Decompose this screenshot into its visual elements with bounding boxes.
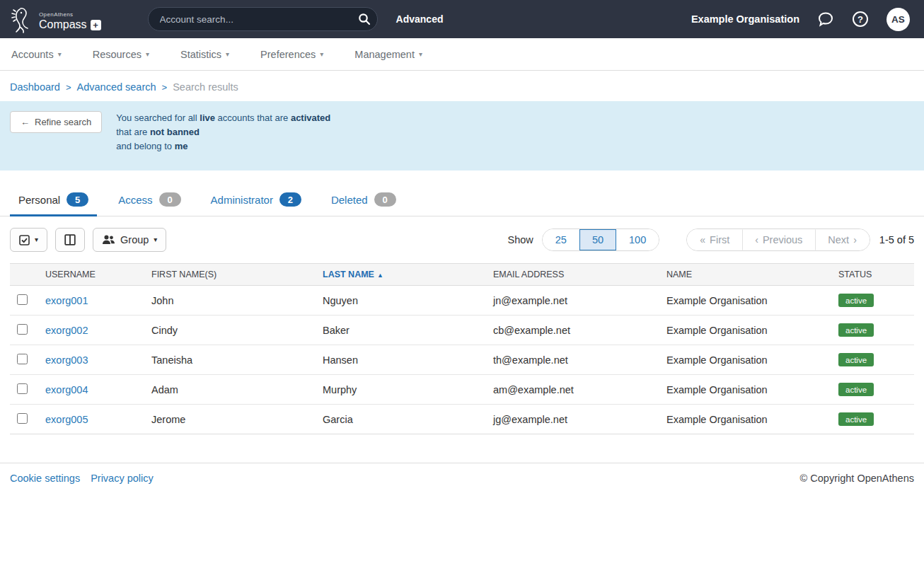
username-link[interactable]: exorg003 xyxy=(45,354,88,366)
nav-resources[interactable]: Resources ▾ xyxy=(93,49,149,60)
username-link[interactable]: exorg004 xyxy=(45,384,88,395)
chevron-down-icon: ▾ xyxy=(146,51,149,58)
group-button-label: Group xyxy=(120,234,149,245)
results-table: USERNAME FIRST NAME(S) LAST NAME▲ EMAIL … xyxy=(10,263,914,434)
row-checkbox[interactable] xyxy=(17,354,28,364)
account-search xyxy=(148,7,378,31)
last-name-cell: Murphy xyxy=(316,375,486,405)
pagination-next-button[interactable]: Next › xyxy=(815,229,870,250)
pagination-first-button[interactable]: « First xyxy=(687,229,742,250)
brand-text: OpenAthens Compass + xyxy=(39,7,101,31)
user-avatar[interactable]: AS xyxy=(887,8,910,31)
breadcrumb-separator: > xyxy=(66,82,71,93)
search-button[interactable] xyxy=(354,9,375,29)
advanced-search-link[interactable]: Advanced xyxy=(396,13,444,25)
status-badge: active xyxy=(838,383,874,396)
show-label: Show xyxy=(507,234,533,245)
nav-accounts-label: Accounts xyxy=(11,49,54,60)
first-name-cell: Taneisha xyxy=(144,345,316,375)
columns-button[interactable] xyxy=(55,228,85,252)
email-cell: jn@example.net xyxy=(486,286,659,316)
select-all-dropdown-button[interactable]: ▾ xyxy=(10,228,47,252)
chevron-down-icon: ▾ xyxy=(226,51,229,58)
columns-icon xyxy=(64,234,76,245)
breadcrumb-advanced-search[interactable]: Advanced search xyxy=(77,81,156,93)
email-cell: cb@example.net xyxy=(486,316,659,345)
plus-icon: + xyxy=(91,20,101,30)
next-page-label: Next xyxy=(828,234,849,245)
tab-deleted[interactable]: Deleted 0 xyxy=(323,186,405,216)
last-name-cell: Hansen xyxy=(316,345,486,375)
nav-preferences[interactable]: Preferences ▾ xyxy=(260,49,323,60)
brand-compass-label: Compass xyxy=(39,18,87,31)
tab-administrator-label: Administrator xyxy=(211,194,273,206)
row-checkbox[interactable] xyxy=(17,383,28,394)
checkbox-checked-icon xyxy=(19,235,30,245)
group-dropdown-button[interactable]: Group ▾ xyxy=(93,228,166,252)
row-checkbox[interactable] xyxy=(17,294,28,305)
search-icon xyxy=(358,13,371,25)
next-page-icon: › xyxy=(853,234,857,245)
breadcrumb-dashboard[interactable]: Dashboard xyxy=(10,81,60,93)
back-arrow-icon: ← xyxy=(21,117,30,127)
header-username[interactable]: USERNAME xyxy=(38,264,144,286)
group-people-icon xyxy=(102,235,115,245)
header-email[interactable]: EMAIL ADDRESS xyxy=(486,264,659,286)
results-toolbar: ▾ Group ▾ Show 25 50 100 xyxy=(0,216,924,252)
row-checkbox[interactable] xyxy=(17,324,28,335)
table-row: exorg004 Adam Murphy am@example.net Exam… xyxy=(10,375,914,405)
organisation-name: Example Organisation xyxy=(691,13,799,25)
username-link[interactable]: exorg005 xyxy=(45,414,88,425)
nav-management[interactable]: Management ▾ xyxy=(354,49,422,60)
summary-line-3: and belong to me xyxy=(116,139,330,154)
header-name[interactable]: NAME xyxy=(659,264,831,286)
tab-personal-count: 5 xyxy=(67,192,88,207)
pagination-group: « First ‹ Previous Next › xyxy=(686,229,870,251)
header-checkbox-cell xyxy=(10,264,38,286)
table-row: exorg001 John Nguyen jn@example.net Exam… xyxy=(10,286,914,316)
table-row: exorg003 Taneisha Hansen th@example.net … xyxy=(10,345,914,375)
tab-access[interactable]: Access 0 xyxy=(110,186,189,216)
help-button[interactable]: ? xyxy=(852,11,869,28)
brand-logo[interactable]: OpenAthens Compass + xyxy=(10,5,101,33)
previous-page-icon: ‹ xyxy=(755,234,758,245)
email-cell: am@example.net xyxy=(486,375,659,405)
cookie-settings-link[interactable]: Cookie settings xyxy=(10,473,80,484)
chat-icon xyxy=(817,11,834,27)
account-search-input[interactable] xyxy=(148,7,378,31)
nav-accounts[interactable]: Accounts ▾ xyxy=(11,49,62,60)
page-size-group: 25 50 100 xyxy=(542,229,659,251)
header-status[interactable]: STATUS xyxy=(831,264,914,286)
nav-preferences-label: Preferences xyxy=(260,49,316,60)
page-size-50[interactable]: 50 xyxy=(579,229,616,250)
page-size-25[interactable]: 25 xyxy=(543,229,579,250)
row-checkbox[interactable] xyxy=(17,413,28,424)
tab-personal[interactable]: Personal 5 xyxy=(10,186,97,216)
search-summary-panel: ← Refine search You searched for all liv… xyxy=(0,101,924,170)
chat-button[interactable] xyxy=(817,11,834,27)
status-badge: active xyxy=(838,353,874,366)
openathens-owl-icon xyxy=(10,5,34,33)
username-link[interactable]: exorg002 xyxy=(45,325,88,336)
header-last-name-label: LAST NAME xyxy=(323,270,374,279)
table-row: exorg005 Jerome Garcia jg@example.net Ex… xyxy=(10,405,914,434)
previous-page-label: Previous xyxy=(763,234,802,245)
nav-statistics-label: Statistics xyxy=(180,49,221,60)
header-first-name[interactable]: FIRST NAME(S) xyxy=(144,264,316,286)
nav-statistics[interactable]: Statistics ▾ xyxy=(180,49,229,60)
last-name-cell: Nguyen xyxy=(316,286,486,316)
refine-search-button[interactable]: ← Refine search xyxy=(10,111,102,133)
pagination-previous-button[interactable]: ‹ Previous xyxy=(742,229,815,250)
status-badge: active xyxy=(838,323,874,337)
first-name-cell: Jerome xyxy=(144,405,316,434)
summary-line-2: that are not banned xyxy=(116,125,330,139)
username-link[interactable]: exorg001 xyxy=(45,295,88,306)
nav-resources-label: Resources xyxy=(93,49,142,60)
privacy-policy-link[interactable]: Privacy policy xyxy=(91,473,154,484)
header-last-name-sorted[interactable]: LAST NAME▲ xyxy=(316,264,486,286)
first-page-icon: « xyxy=(700,234,705,245)
page-size-100[interactable]: 100 xyxy=(616,229,659,250)
tab-administrator[interactable]: Administrator 2 xyxy=(202,186,310,216)
status-badge: active xyxy=(838,294,874,307)
svg-text:?: ? xyxy=(857,14,863,25)
